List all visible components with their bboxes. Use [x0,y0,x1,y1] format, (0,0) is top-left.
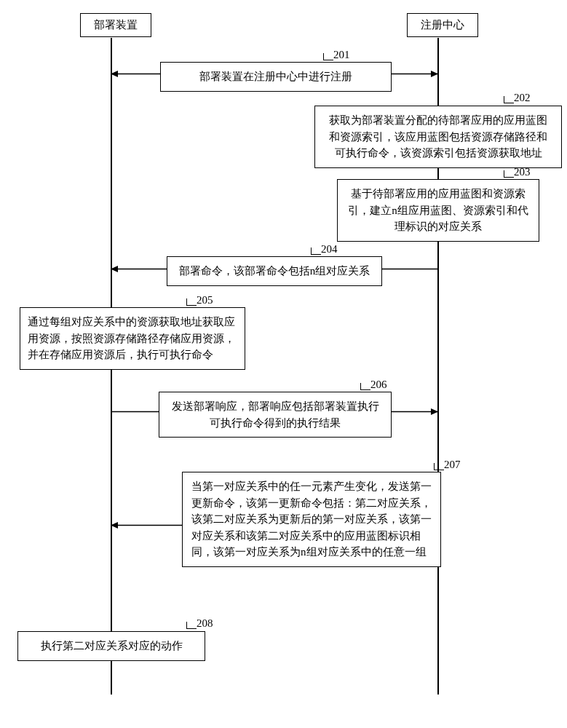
arrow-line-icon [111,411,159,413]
arrow-left-icon [111,524,182,526]
step-208-box: 执行第二对应关系对应的动作 [17,631,205,661]
tick-icon [186,622,197,629]
svg-marker-5 [111,266,118,272]
step-number: 208 [197,617,213,630]
arrow-left-icon [111,73,160,75]
step-206-box: 发送部署响应，部署响应包括部署装置执行可执行命令得到的执行结果 [159,392,392,438]
actor-right: 注册中心 [407,13,478,37]
step-number: 206 [370,379,387,391]
arrow-right-icon [392,73,438,75]
step-number: 207 [444,459,461,471]
tick-icon [434,463,444,470]
step-number: 204 [321,243,338,256]
step-204-box: 部署命令，该部署命令包括n组对应关系 [167,256,382,286]
arrow-left-icon [111,268,167,270]
step-number: 202 [514,92,531,104]
arrow-right-icon [392,411,438,413]
tick-icon [504,170,514,178]
tick-icon [186,298,197,306]
step-number: 205 [197,294,213,306]
tick-icon [311,248,321,255]
arrow-line-icon [382,268,438,270]
step-number: 203 [514,166,531,178]
step-number: 201 [333,49,350,61]
svg-marker-11 [111,522,118,529]
step-207-box: 当第一对应关系中的任一元素产生变化，发送第一更新命令，该第一更新命令包括：第二对… [182,472,441,567]
tick-icon [360,383,370,390]
actor-left: 部署装置 [80,13,151,37]
step-203-box: 基于待部署应用的应用蓝图和资源索引，建立n组应用蓝图、资源索引和代理标识的对应关… [337,179,539,242]
tick-icon [504,96,514,103]
svg-marker-1 [111,71,118,77]
tick-icon [323,53,333,60]
step-201-box: 部署装置在注册中心中进行注册 [160,62,392,92]
step-205-box: 通过每组对应关系中的资源获取地址获取应用资源，按照资源存储路径存储应用资源，并在… [20,307,245,370]
step-202-box: 获取为部署装置分配的待部署应用的应用蓝图和资源索引，该应用蓝图包括资源存储路径和… [314,106,562,168]
